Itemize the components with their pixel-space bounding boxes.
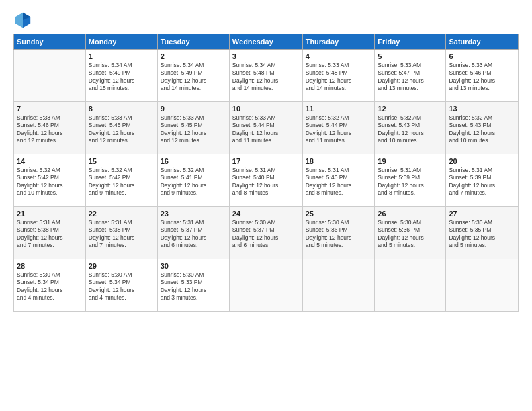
- day-info: Sunrise: 5:30 AM Sunset: 5:34 PM Dayligh…: [17, 271, 83, 302]
- day-number: 8: [89, 105, 154, 113]
- day-number: 3: [232, 52, 300, 60]
- weekday-header-tuesday: Tuesday: [157, 34, 229, 50]
- day-info: Sunrise: 5:33 AM Sunset: 5:46 PM Dayligh…: [449, 62, 515, 93]
- calendar-cell: 12Sunrise: 5:32 AM Sunset: 5:43 PM Dayli…: [375, 102, 446, 154]
- day-number: 11: [306, 105, 372, 113]
- page: SundayMondayTuesdayWednesdayThursdayFrid…: [0, 0, 532, 411]
- day-info: Sunrise: 5:30 AM Sunset: 5:36 PM Dayligh…: [378, 219, 443, 250]
- day-info: Sunrise: 5:30 AM Sunset: 5:36 PM Dayligh…: [306, 219, 372, 250]
- day-number: 15: [89, 157, 154, 165]
- day-number: 30: [161, 262, 226, 270]
- weekday-header-saturday: Saturday: [446, 34, 519, 50]
- calendar-cell: [446, 259, 519, 312]
- calendar-cell: [14, 50, 86, 102]
- day-info: Sunrise: 5:31 AM Sunset: 5:39 PM Dayligh…: [449, 167, 515, 197]
- day-number: 1: [89, 52, 154, 60]
- calendar-cell: 6Sunrise: 5:33 AM Sunset: 5:46 PM Daylig…: [446, 50, 519, 102]
- calendar-cell: 13Sunrise: 5:32 AM Sunset: 5:43 PM Dayli…: [446, 102, 519, 154]
- day-number: 22: [89, 210, 154, 218]
- calendar-cell: 22Sunrise: 5:31 AM Sunset: 5:38 PM Dayli…: [85, 207, 157, 259]
- calendar-week-4: 21Sunrise: 5:31 AM Sunset: 5:38 PM Dayli…: [14, 207, 519, 259]
- calendar-cell: 15Sunrise: 5:32 AM Sunset: 5:42 PM Dayli…: [85, 154, 157, 207]
- day-number: 5: [378, 52, 443, 60]
- day-info: Sunrise: 5:30 AM Sunset: 5:34 PM Dayligh…: [89, 271, 154, 302]
- calendar-cell: [302, 259, 375, 312]
- day-number: 27: [449, 210, 515, 218]
- calendar-cell: 7Sunrise: 5:33 AM Sunset: 5:46 PM Daylig…: [14, 102, 86, 154]
- day-info: Sunrise: 5:31 AM Sunset: 5:37 PM Dayligh…: [161, 219, 226, 250]
- calendar-table: SundayMondayTuesdayWednesdayThursdayFrid…: [13, 34, 519, 312]
- calendar-cell: 29Sunrise: 5:30 AM Sunset: 5:34 PM Dayli…: [85, 259, 157, 312]
- day-info: Sunrise: 5:34 AM Sunset: 5:49 PM Dayligh…: [161, 62, 226, 93]
- weekday-header-thursday: Thursday: [302, 34, 375, 50]
- calendar-cell: [229, 259, 302, 312]
- day-info: Sunrise: 5:31 AM Sunset: 5:38 PM Dayligh…: [17, 219, 83, 250]
- calendar-cell: 9Sunrise: 5:33 AM Sunset: 5:45 PM Daylig…: [157, 102, 229, 154]
- calendar-cell: 10Sunrise: 5:33 AM Sunset: 5:44 PM Dayli…: [229, 102, 302, 154]
- calendar-cell: 20Sunrise: 5:31 AM Sunset: 5:39 PM Dayli…: [446, 154, 519, 207]
- day-info: Sunrise: 5:31 AM Sunset: 5:38 PM Dayligh…: [89, 219, 154, 250]
- weekday-header-row: SundayMondayTuesdayWednesdayThursdayFrid…: [14, 34, 519, 50]
- calendar-cell: 26Sunrise: 5:30 AM Sunset: 5:36 PM Dayli…: [375, 207, 446, 259]
- calendar-cell: [375, 259, 446, 312]
- day-info: Sunrise: 5:31 AM Sunset: 5:40 PM Dayligh…: [232, 167, 300, 197]
- day-number: 24: [232, 210, 300, 218]
- calendar-cell: 2Sunrise: 5:34 AM Sunset: 5:49 PM Daylig…: [157, 50, 229, 102]
- calendar-cell: 14Sunrise: 5:32 AM Sunset: 5:42 PM Dayli…: [14, 154, 86, 207]
- day-number: 13: [449, 105, 515, 113]
- day-info: Sunrise: 5:32 AM Sunset: 5:43 PM Dayligh…: [449, 114, 515, 145]
- weekday-header-wednesday: Wednesday: [229, 34, 302, 50]
- day-number: 26: [378, 210, 443, 218]
- calendar-cell: 18Sunrise: 5:31 AM Sunset: 5:40 PM Dayli…: [302, 154, 375, 207]
- calendar-cell: 21Sunrise: 5:31 AM Sunset: 5:38 PM Dayli…: [14, 207, 86, 259]
- day-info: Sunrise: 5:32 AM Sunset: 5:41 PM Dayligh…: [161, 167, 226, 197]
- day-info: Sunrise: 5:30 AM Sunset: 5:37 PM Dayligh…: [232, 219, 300, 250]
- calendar-cell: 27Sunrise: 5:30 AM Sunset: 5:35 PM Dayli…: [446, 207, 519, 259]
- day-info: Sunrise: 5:30 AM Sunset: 5:35 PM Dayligh…: [449, 219, 515, 250]
- header: [13, 11, 519, 30]
- day-number: 25: [306, 210, 372, 218]
- logo-icon: [13, 11, 32, 30]
- day-number: 7: [17, 105, 83, 113]
- calendar-cell: 1Sunrise: 5:34 AM Sunset: 5:49 PM Daylig…: [85, 50, 157, 102]
- calendar-week-1: 1Sunrise: 5:34 AM Sunset: 5:49 PM Daylig…: [14, 50, 519, 102]
- calendar-cell: 28Sunrise: 5:30 AM Sunset: 5:34 PM Dayli…: [14, 259, 86, 312]
- calendar-week-5: 28Sunrise: 5:30 AM Sunset: 5:34 PM Dayli…: [14, 259, 519, 312]
- calendar-cell: 17Sunrise: 5:31 AM Sunset: 5:40 PM Dayli…: [229, 154, 302, 207]
- day-info: Sunrise: 5:33 AM Sunset: 5:44 PM Dayligh…: [232, 114, 300, 145]
- calendar-week-2: 7Sunrise: 5:33 AM Sunset: 5:46 PM Daylig…: [14, 102, 519, 154]
- day-info: Sunrise: 5:33 AM Sunset: 5:48 PM Dayligh…: [306, 62, 372, 93]
- day-number: 14: [17, 157, 83, 165]
- calendar-cell: 8Sunrise: 5:33 AM Sunset: 5:45 PM Daylig…: [85, 102, 157, 154]
- day-info: Sunrise: 5:33 AM Sunset: 5:45 PM Dayligh…: [161, 114, 226, 145]
- calendar-cell: 16Sunrise: 5:32 AM Sunset: 5:41 PM Dayli…: [157, 154, 229, 207]
- day-info: Sunrise: 5:33 AM Sunset: 5:47 PM Dayligh…: [378, 62, 443, 93]
- day-number: 17: [232, 157, 300, 165]
- calendar-cell: 25Sunrise: 5:30 AM Sunset: 5:36 PM Dayli…: [302, 207, 375, 259]
- day-info: Sunrise: 5:31 AM Sunset: 5:39 PM Dayligh…: [378, 167, 443, 197]
- day-info: Sunrise: 5:32 AM Sunset: 5:44 PM Dayligh…: [306, 114, 372, 145]
- day-info: Sunrise: 5:34 AM Sunset: 5:48 PM Dayligh…: [232, 62, 300, 93]
- calendar-week-3: 14Sunrise: 5:32 AM Sunset: 5:42 PM Dayli…: [14, 154, 519, 207]
- day-info: Sunrise: 5:32 AM Sunset: 5:43 PM Dayligh…: [378, 114, 443, 145]
- day-number: 16: [161, 157, 226, 165]
- calendar-cell: 23Sunrise: 5:31 AM Sunset: 5:37 PM Dayli…: [157, 207, 229, 259]
- calendar-cell: 3Sunrise: 5:34 AM Sunset: 5:48 PM Daylig…: [229, 50, 302, 102]
- day-number: 29: [89, 262, 154, 270]
- day-info: Sunrise: 5:33 AM Sunset: 5:45 PM Dayligh…: [89, 114, 154, 145]
- calendar-cell: 4Sunrise: 5:33 AM Sunset: 5:48 PM Daylig…: [302, 50, 375, 102]
- day-number: 19: [378, 157, 443, 165]
- day-number: 12: [378, 105, 443, 113]
- day-info: Sunrise: 5:33 AM Sunset: 5:46 PM Dayligh…: [17, 114, 83, 145]
- weekday-header-sunday: Sunday: [14, 34, 86, 50]
- day-number: 23: [161, 210, 226, 218]
- day-number: 6: [449, 52, 515, 60]
- calendar-cell: 30Sunrise: 5:30 AM Sunset: 5:33 PM Dayli…: [157, 259, 229, 312]
- day-info: Sunrise: 5:31 AM Sunset: 5:40 PM Dayligh…: [306, 167, 372, 197]
- day-number: 21: [17, 210, 83, 218]
- day-number: 10: [232, 105, 300, 113]
- weekday-header-monday: Monday: [85, 34, 157, 50]
- day-info: Sunrise: 5:34 AM Sunset: 5:49 PM Dayligh…: [89, 62, 154, 93]
- day-number: 20: [449, 157, 515, 165]
- logo: [13, 11, 35, 30]
